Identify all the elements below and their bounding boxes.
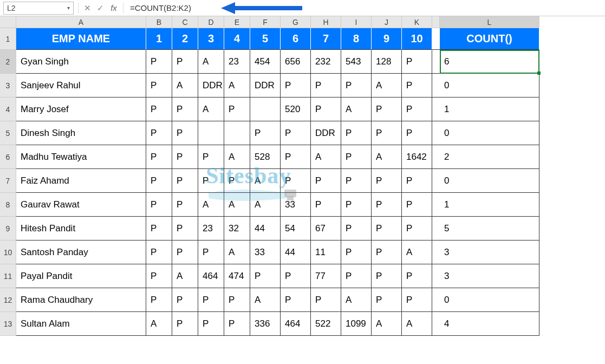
data-cell[interactable]: A [402,240,432,264]
data-cell[interactable] [224,121,250,145]
header-col[interactable]: 3 [198,28,224,50]
data-cell[interactable]: 464 [281,312,311,336]
emp-name-cell[interactable]: Sultan Alam [16,312,146,336]
header-col[interactable]: 9 [372,28,402,50]
column-header[interactable]: E [224,16,250,28]
count-cell[interactable]: 0 [440,169,539,193]
row-header[interactable]: 8 [0,193,16,217]
data-cell[interactable]: DDR [311,121,341,145]
data-cell[interactable]: A [146,312,172,336]
data-cell[interactable]: P [250,121,281,145]
column-header[interactable]: G [281,16,311,28]
column-header[interactable]: F [250,16,281,28]
data-cell[interactable]: 33 [281,193,311,217]
data-cell[interactable]: P [172,312,198,336]
data-cell[interactable]: P [341,145,372,169]
data-cell[interactable]: P [250,264,281,288]
spreadsheet-grid[interactable]: ABCDEFGHIJKL1EMP NAME12345678910COUNT()2… [0,16,605,336]
data-cell[interactable]: P [341,74,372,98]
column-header[interactable]: C [172,16,198,28]
data-cell[interactable]: P [341,264,372,288]
header-col[interactable]: 6 [281,28,311,50]
count-cell[interactable]: 0 [440,121,539,145]
data-cell[interactable]: A [372,74,402,98]
column-header[interactable]: D [198,16,224,28]
data-cell[interactable]: P [311,169,341,193]
emp-name-cell[interactable]: Madhu Tewatiya [16,145,146,169]
data-cell[interactable]: P [146,217,172,240]
data-cell[interactable]: P [172,145,198,169]
data-cell[interactable]: 232 [311,50,341,74]
data-cell[interactable]: P [146,121,172,145]
data-cell[interactable]: A [198,50,224,74]
data-cell[interactable]: P [198,145,224,169]
data-cell[interactable]: P [224,169,250,193]
data-cell[interactable]: P [372,193,402,217]
row-header[interactable]: 5 [0,121,16,145]
data-cell[interactable]: P [198,240,224,264]
data-cell[interactable]: P [372,98,402,121]
emp-name-cell[interactable]: Faiz Ahamd [16,169,146,193]
data-cell[interactable]: 32 [224,217,250,240]
data-cell[interactable]: A [224,74,250,98]
data-cell[interactable]: P [281,121,311,145]
data-cell[interactable]: 23 [224,50,250,74]
data-cell[interactable]: 11 [311,240,341,264]
data-cell[interactable]: P [341,169,372,193]
data-cell[interactable]: P [146,169,172,193]
data-cell[interactable]: P [172,193,198,217]
data-cell[interactable]: P [281,169,311,193]
data-cell[interactable]: A [172,74,198,98]
header-emp-name[interactable]: EMP NAME [16,28,146,50]
data-cell[interactable]: 454 [250,50,281,74]
data-cell[interactable]: P [146,74,172,98]
data-cell[interactable]: P [402,98,432,121]
fx-icon[interactable]: fx [107,3,121,12]
data-cell[interactable]: P [341,240,372,264]
emp-name-cell[interactable]: Gaurav Rawat [16,193,146,217]
data-cell[interactable]: A [341,98,372,121]
data-cell[interactable] [250,98,281,121]
row-header[interactable]: 3 [0,74,16,98]
data-cell[interactable]: P [341,217,372,240]
data-cell[interactable]: P [311,98,341,121]
count-cell[interactable]: 3 [440,240,539,264]
count-cell[interactable]: 3 [440,264,539,288]
data-cell[interactable]: P [402,121,432,145]
data-cell[interactable]: A [402,312,432,336]
data-cell[interactable]: A [341,288,372,312]
row-header[interactable]: 13 [0,312,16,336]
data-cell[interactable]: P [146,288,172,312]
data-cell[interactable]: A [372,145,402,169]
column-header[interactable]: J [372,16,402,28]
data-cell[interactable]: 520 [281,98,311,121]
data-cell[interactable]: A [250,193,281,217]
data-cell[interactable]: P [372,288,402,312]
data-cell[interactable]: P [402,288,432,312]
count-cell[interactable]: 6 [440,50,539,74]
data-cell[interactable]: A [224,145,250,169]
data-cell[interactable]: P [224,98,250,121]
data-cell[interactable]: A [172,264,198,288]
data-cell[interactable]: P [146,145,172,169]
data-cell[interactable]: A [224,193,250,217]
emp-name-cell[interactable]: Rama Chaudhary [16,288,146,312]
data-cell[interactable]: 543 [341,50,372,74]
column-header[interactable]: B [146,16,172,28]
row-header[interactable]: 4 [0,98,16,121]
count-cell[interactable]: 0 [440,288,539,312]
data-cell[interactable]: A [224,240,250,264]
name-box[interactable]: L2 ▾ [3,2,74,15]
cancel-icon[interactable]: ✕ [81,3,94,13]
data-cell[interactable]: 23 [198,217,224,240]
column-header[interactable]: K [402,16,432,28]
emp-name-cell[interactable]: Dinesh Singh [16,121,146,145]
data-cell[interactable]: 336 [250,312,281,336]
data-cell[interactable]: P [281,264,311,288]
data-cell[interactable]: P [341,121,372,145]
data-cell[interactable]: 67 [311,217,341,240]
data-cell[interactable]: 33 [250,240,281,264]
emp-name-cell[interactable]: Gyan Singh [16,50,146,74]
data-cell[interactable]: A [198,98,224,121]
count-cell[interactable]: 4 [440,312,539,336]
